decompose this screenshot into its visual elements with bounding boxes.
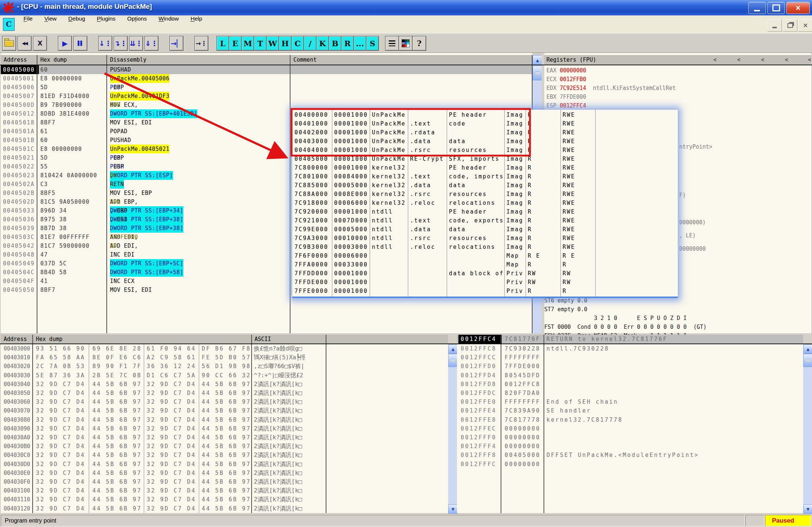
step-over-button[interactable]: ↴⋮ [114,36,128,51]
memory-map-row[interactable]: 7C9B300000003000ntdll.relocrelocationsIm… [292,243,678,251]
menu-item-options[interactable]: Options [121,15,153,33]
memory-map-row[interactable]: 7C92000000001000ntdllPE headerImagRRWE [292,207,678,216]
disasm-row[interactable]: 0040500781ED F31D4000SUB EBP, UnPackMe.0… [1,92,532,101]
collapse-icon[interactable]: < [808,55,811,65]
help-button[interactable]: ? [412,36,426,51]
stack-row[interactable]: 0012FFE47C839A90SE handler [457,406,803,415]
memory-map-row[interactable]: 7C91800000006000kernel32.relocrelocation… [292,199,678,207]
window-button-threads[interactable]: T [254,36,267,51]
restart-button[interactable]: ◀◀ [18,36,32,51]
menu-item-debug[interactable]: Debug [62,15,91,33]
hexdump-row[interactable]: 004030D032 9D C7 D444 5B 6B 9732 9D C7 D… [0,460,447,469]
scroll-up-icon[interactable]: ▲ [448,344,458,354]
open-file-button[interactable] [2,36,16,51]
memory-map-row[interactable]: 0040400000001000UnPackMe.rsrcresourcesIm… [292,146,678,155]
hexdump-scrollbar[interactable] [448,344,457,513]
hexdump-row[interactable]: 004030F032 9D C7 D444 5B 6B 9732 9D C7 D… [0,477,447,486]
hexdump-row[interactable]: 0040308032 9D C7 D444 5B 6B 9732 9D C7 D… [0,415,447,424]
window-button-run-trace[interactable]: ... [354,36,366,51]
close-program-button[interactable]: X [33,36,47,51]
memory-map-row[interactable]: 7FFDD00000001000data block of main threa… [292,269,678,278]
maximize-button[interactable] [767,2,785,14]
pause-button[interactable]: ▌▌ [73,36,87,51]
menu-item-view[interactable]: View [39,15,62,33]
hexdump-row[interactable]: 00403010FA 65 58 AA8E 0F E6 C6A2 C9 58 6… [0,353,447,362]
run-button[interactable]: ▶ [58,36,72,51]
stack-row[interactable]: 0012FFD80012FFC8 [457,380,803,389]
collapse-icon[interactable]: < [713,55,717,65]
divider[interactable] [251,335,252,513]
memory-map-row[interactable]: 7C9A300000010000ntdll.rsrcresourcesImagR… [292,234,678,243]
window-button-cpu[interactable]: C [291,36,304,51]
mdi-restore-button[interactable] [783,19,797,32]
memory-map-row[interactable]: 7C80000000001000kernel32PE headerImagRRW… [292,163,678,172]
stack-row[interactable]: 0012FFD480545DFD [457,371,803,380]
memory-map-row[interactable]: 7C99E00000005000ntdll.datadataImagRRWE [292,225,678,234]
hexdump-row[interactable]: 0040310032 9D C7 D444 5B 6B 9732 9D C7 D… [0,486,447,495]
divider[interactable] [290,55,290,333]
minimize-button[interactable] [748,2,766,14]
stack-row[interactable]: 0012FFCCFFFFFFFF [457,353,803,362]
stack-row[interactable]: 0012FFF000000000 [457,433,803,442]
hexdump-row[interactable]: 004030E032 9D C7 D444 5B 6B 9732 9D C7 D… [0,469,447,477]
window-button-handles[interactable]: H [279,36,292,51]
hexdump-row[interactable]: 0040305032 9D C7 D444 5B 6B 9732 9D C7 D… [0,389,447,397]
palette-button[interactable] [399,36,413,51]
hexdump-row[interactable]: 004030C032 9D C7 D444 5B 6B 9732 9D C7 D… [0,451,447,459]
stack-row[interactable]: 0012FFF400000000 [457,442,803,451]
hexdump-row[interactable]: 0040300093 51 66 9069 6E 8E 2861 F0 94 6… [0,344,447,353]
disasm-row[interactable]: 0040500060PUSHAD [1,65,532,74]
memory-map-row[interactable]: 7FFA000000033000MapRR [292,260,678,269]
window-button-source[interactable]: S [366,36,379,51]
hexdump-row[interactable]: 0040311032 9D C7 D444 5B 6B 9732 9D C7 D… [0,495,447,504]
collapse-icon[interactable]: < [761,55,764,65]
register-row[interactable]: EBX 7FFDE000 [546,92,586,101]
window-button-executables[interactable]: E [229,36,242,51]
stack-row[interactable]: 0012FFEC00000000 [457,424,803,433]
hexdump-row[interactable]: 004030B032 9D C7 D444 5B 6B 9732 9D C7 D… [0,442,447,451]
memory-map-row[interactable]: 7F6F000000006000MapR ER E [292,251,678,260]
scroll-thumb[interactable] [803,354,812,367]
stack-row[interactable]: 0012FFDC820F7DA0 [457,389,803,397]
memory-map-row[interactable]: 7C88500000005000kernel32.datadataImagRRW… [292,181,678,190]
memory-map-row[interactable]: 0040500000001000UnPackMeRE-CryptSFX, imp… [292,155,678,163]
menu-item-file[interactable]: File [18,15,39,33]
disasm-row[interactable]: 00405001E8 00000000CALL UnPackMe.0040500… [1,74,532,83]
hexdump-row[interactable]: 004030305E 87 36 3A2B 5E 7C 0BD1 C6 C7 5… [0,371,447,380]
register-row[interactable]: ECX 0012FFB0 [546,75,586,84]
collapse-icon[interactable]: < [785,55,788,65]
scroll-thumb[interactable] [533,66,542,80]
window-button-memory[interactable]: M [241,36,254,51]
animate-into-button[interactable]: ⇊⋮ [129,36,143,51]
disasm-row[interactable]: 004050065DPOP EBP [1,83,532,92]
hexdump-row[interactable]: 0040304032 9D C7 D444 5B 6B 9732 9D C7 D… [0,380,447,389]
stack-row[interactable]: 0012FFF800405000OFFSET UnPackMe.<ModuleE… [457,451,803,459]
memory-map-row[interactable]: 0040100000001000UnPackMe.textcodeImagRRW… [292,119,678,128]
step-into-button[interactable]: ↓⋮ [98,36,112,51]
stack-row[interactable]: 0012FFC47C81776FRETURN to kernel32.7C817… [457,335,803,344]
memory-map-row[interactable]: 7FFDE00000001000PrivRWRW [292,278,678,287]
register-row[interactable]: EDX 7C92E514 ntdll.KiFastSystemCallRet [546,84,676,92]
hexdump-row[interactable]: 004030A032 9D C7 D444 5B 6B 9732 9D C7 D… [0,433,447,442]
scroll-up-icon[interactable]: ▲ [533,55,542,65]
menu-item-help[interactable]: Help [184,15,208,33]
hexdump-row[interactable]: 004030202C 7A 0B 5389 90 F1 7F36 36 12 2… [0,362,447,371]
appearance-button[interactable] [385,36,399,51]
animate-over-button[interactable]: ⇓⋮ [145,36,158,51]
memory-map-row[interactable]: 7C9210000007D000ntdll.textcode, exportsI… [292,216,678,225]
mdi-close-button[interactable]: × [798,19,812,32]
scroll-up-icon[interactable]: ▲ [803,344,812,354]
scroll-down-icon[interactable]: ▼ [803,504,812,514]
memory-map-row[interactable]: 7FFE000000001000PrivRR [292,287,678,295]
mdi-minimize-button[interactable] [767,19,782,32]
stack-row[interactable]: 0012FFD07FFDE000 [457,362,803,371]
hexdump-row[interactable]: 0040312032 9D C7 D444 5B 6B 9732 9D C7 D… [0,504,447,513]
window-button-log[interactable]: L [216,36,229,51]
menu-item-plugins[interactable]: Plugins [91,15,121,33]
memory-map-row[interactable]: 0040300000001000UnPackMe.datadataImagRRW… [292,137,678,146]
divider[interactable] [106,55,107,333]
stack-row[interactable]: 0012FFC87C930228ntdll.7C930228 [457,344,803,353]
divider[interactable] [37,55,37,333]
window-button-patches[interactable]: / [304,36,317,51]
collapse-icon[interactable]: < [737,55,740,65]
